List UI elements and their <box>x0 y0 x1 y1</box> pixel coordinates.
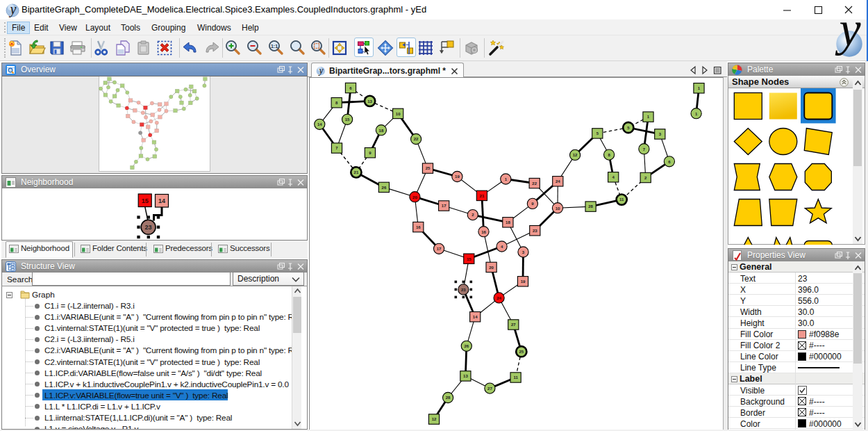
svg-text:14: 14 <box>473 315 478 319</box>
svg-text:23: 23 <box>533 229 537 233</box>
svg-text:14: 14 <box>317 122 322 127</box>
svg-text:19: 19 <box>521 279 526 284</box>
svg-text:20: 20 <box>489 266 494 270</box>
svg-text:25: 25 <box>519 350 524 354</box>
svg-text:10: 10 <box>556 206 560 211</box>
svg-text:y: y <box>317 65 324 76</box>
svg-text:27: 27 <box>487 387 492 391</box>
svg-text:24: 24 <box>496 296 501 300</box>
svg-text:11: 11 <box>513 375 518 380</box>
svg-text:22: 22 <box>414 137 419 141</box>
svg-text:18: 18 <box>506 220 510 225</box>
svg-text:28: 28 <box>446 396 451 400</box>
svg-text:26: 26 <box>382 186 387 190</box>
svg-text:18: 18 <box>379 129 384 133</box>
svg-text:16: 16 <box>416 225 421 229</box>
svg-text:1:1: 1:1 <box>271 44 278 49</box>
svg-text:23: 23 <box>461 288 466 292</box>
svg-text:20: 20 <box>412 195 417 200</box>
svg-text:21: 21 <box>354 170 359 174</box>
svg-text:y: y <box>9 2 17 17</box>
svg-text:17: 17 <box>442 204 446 208</box>
svg-text:19: 19 <box>455 174 460 179</box>
svg-text:28: 28 <box>588 204 593 209</box>
svg-text:13: 13 <box>463 374 468 378</box>
svg-text:13: 13 <box>367 99 372 104</box>
svg-text:24: 24 <box>556 179 560 184</box>
svg-text:21: 21 <box>480 194 485 198</box>
svg-text:11: 11 <box>619 197 624 202</box>
svg-text:y: y <box>835 2 861 56</box>
svg-text:12: 12 <box>573 153 578 157</box>
svg-text:26: 26 <box>464 344 469 348</box>
svg-text:27: 27 <box>511 323 516 327</box>
svg-text:15: 15 <box>345 117 350 122</box>
svg-text:17: 17 <box>437 247 442 251</box>
svg-text:15: 15 <box>467 257 471 261</box>
svg-text:22: 22 <box>532 181 537 186</box>
svg-text:10: 10 <box>396 112 401 116</box>
svg-text:25: 25 <box>426 166 431 170</box>
svg-text:12: 12 <box>432 417 437 421</box>
svg-text:16: 16 <box>481 230 486 234</box>
